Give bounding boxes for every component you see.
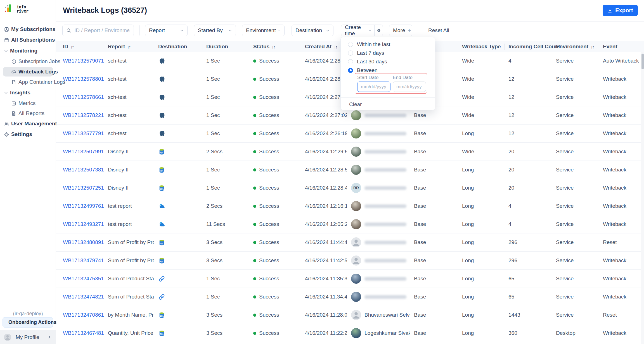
row-id-link[interactable]: WB171324708615230 [63,312,104,318]
column-header-status[interactable]: Status↓↑ [249,44,301,50]
radio-icon[interactable] [348,42,353,47]
sidebar-item-insights[interactable]: Insights [0,87,56,98]
row-event: Writeback [603,257,626,263]
table-row[interactable]: WB171324753512261Sum of Product Standard… [56,270,644,288]
row-report: Sum of Profit by Product, S [108,257,154,263]
sort-icons[interactable]: ↓↑ [70,44,74,49]
row-id-link[interactable]: WB171324997613487 [63,203,104,209]
row-status: Success [259,203,279,209]
sidebar-item-all-subscriptions[interactable]: All Subscriptions [0,35,56,45]
success-dot-icon [253,277,256,280]
row-duration: 1 Sec [206,167,220,173]
row-license: Base [414,312,426,318]
create-time-option-within-the-last[interactable]: Within the last [341,40,435,49]
column-header-environment[interactable]: Environment↓↑ [552,44,599,50]
row-environment: Service [556,312,574,318]
chevron-down-icon [4,49,8,53]
sort-icons[interactable]: ↓↑ [127,44,130,49]
row-status: Success [259,257,279,264]
filter-destination[interactable]: Destination [292,25,333,36]
sort-icons[interactable]: ↓↑ [272,44,275,49]
filter-create-time[interactable]: Create time [341,25,383,36]
sidebar-item-settings[interactable]: Settings [0,129,56,140]
row-id-link[interactable]: WB171324748211064 [63,294,104,300]
filter-report[interactable]: Report [145,25,188,36]
row-id-link[interactable]: WB171324808914405 [63,239,104,245]
row-status: Success [259,76,279,82]
row-id-link[interactable]: WB171325072518838 [63,185,104,191]
table-row[interactable]: WB171324808914405Sum of Profit by Produc… [56,233,644,252]
row-id-link[interactable]: WB171324753512261 [63,276,104,281]
vertical-scrollbar[interactable] [641,54,644,69]
row-created-at: 4/16/2024 11:22:28 AM [305,330,347,336]
sort-icons[interactable]: ↓↑ [334,44,337,49]
table-row[interactable]: WB171324674810035Quantity, Unit Price by… [56,324,644,342]
filter-more-label: More [393,27,405,34]
sidebar-item-metrics[interactable]: Metrics [0,98,56,108]
row-event: Writeback [603,76,626,82]
table-row[interactable]: WB171324748211064Sum of Product Standard… [56,288,644,306]
sidebar-item-my-subscriptions[interactable]: My Subscriptions [0,24,56,35]
sidebar-item-user-management[interactable]: User Management [0,118,56,129]
create-time-option-last-30-days[interactable]: Last 30 days [341,57,435,66]
sidebar-item-subscription-jobs[interactable]: Subscription Jobs [0,56,56,66]
row-status: Success [259,149,279,155]
row-report: Sum of Profit by Product, S [108,239,154,245]
create-time-option-last-7-days[interactable]: Last 7 days [341,49,435,57]
filter-more[interactable]: More + [389,25,412,36]
success-dot-icon [253,78,256,81]
profile-avatar [4,334,11,341]
search-input[interactable] [74,27,130,34]
sidebar-item-monitoring[interactable]: Monitoring [0,45,56,56]
filter-started-by[interactable]: Started By [194,25,236,36]
row-environment: Service [556,149,574,154]
radio-icon[interactable] [348,51,353,56]
row-id-link[interactable]: WB171325786617681 [63,94,104,100]
column-label: Event [603,44,617,50]
row-id-link[interactable]: WB171324932713382 [63,221,104,227]
my-profile-button[interactable]: My Profile [0,330,56,344]
table-row[interactable]: WB171324797417125Sum of Profit by Produc… [56,252,644,270]
row-id-link[interactable]: WB171324797417125 [63,257,104,263]
sidebar-item-writeback-logs[interactable]: Writeback Logs [3,67,53,77]
column-header-incoming-cell-count: Incoming Cell Count [504,44,552,50]
svg-text:SQL: SQL [160,315,164,317]
filter-environment[interactable]: Environment [242,25,285,36]
radio-selected-icon[interactable] [348,68,353,73]
row-environment: Service [556,167,574,173]
redacted-name [364,241,406,244]
table-row[interactable]: WB171325777918410sch-test1 SecSuccess4/1… [56,125,644,143]
row-id-link[interactable]: WB171325782211031 [63,112,104,118]
column-header-created-at[interactable]: Created At↓↑ [301,44,347,50]
clear-filter-icon[interactable] [377,28,380,33]
popup-clear-button[interactable]: Clear [349,101,362,108]
reset-all-button[interactable]: Reset All [428,27,449,34]
table-row[interactable]: WB171325073819221Disney IISQL1 SecSucces… [56,161,644,179]
end-date-input[interactable] [393,82,426,92]
row-id-link[interactable]: WB171325073819221 [63,167,104,173]
row-id-link[interactable]: WB171325790715628 [63,58,104,64]
table-row[interactable]: WB171325072518838Disney IISQL1 SecSucces… [56,179,644,197]
row-event: Reset [603,239,617,245]
row-license: Base [414,221,426,227]
column-header-id[interactable]: ID↓↑ [63,44,104,50]
sidebar-item-all-reports[interactable]: All Reports [0,108,56,118]
table-row[interactable]: WB171324932713382test report11 SecsSucce… [56,215,644,233]
onboarding-actions-button[interactable]: Onboarding Actions [3,317,53,328]
sidebar-item-app-container-logs[interactable]: App Container Logs [0,77,56,87]
sort-icons[interactable]: ↓↑ [591,44,594,49]
column-header-report[interactable]: Report↓↑ [104,44,154,50]
start-date-input[interactable] [357,82,390,92]
row-event: Writeback [603,203,626,209]
radio-icon[interactable] [348,59,353,64]
export-button[interactable]: Export [603,5,638,16]
row-id-link[interactable]: WB171325777918410 [63,130,104,136]
row-id-link[interactable]: WB171325788012848 [63,76,104,82]
table-row[interactable]: WB171324997613487test report2 SecsSucces… [56,197,644,215]
row-id-link[interactable]: WB171325079914369 [63,149,104,154]
table-row[interactable]: WB171325079914369Disney IISQL2 SecsSucce… [56,143,644,161]
row-created-at: 4/16/2024 12:16:16 PM [305,203,347,209]
create-time-popup: Within the lastLast 7 daysLast 30 daysBe… [340,37,435,110]
row-id-link[interactable]: WB171324674810035 [63,330,104,336]
table-row[interactable]: WB171324708615230by Month Name, Product,… [56,306,644,324]
